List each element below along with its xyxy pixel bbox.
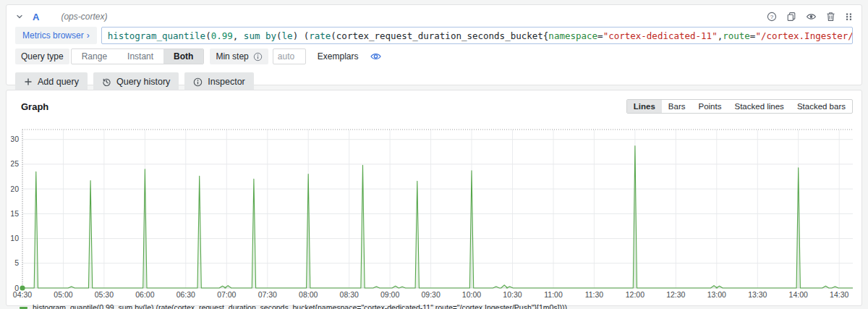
expr-token: = [750,30,756,41]
svg-text:12:00: 12:00 [626,290,644,299]
history-icon [102,77,111,87]
svg-text:05:00: 05:00 [54,290,72,299]
expr-token: cortex_request_duration_seconds_bucket [336,30,543,41]
graph-canvas[interactable]: 05101520253004:3005:0005:3006:0006:3007:… [11,121,857,299]
expr-token [260,30,265,41]
add-query-label: Add query [38,77,79,87]
svg-text:11:00: 11:00 [544,290,563,299]
drag-handle-icon[interactable] [845,12,853,22]
svg-text:13:30: 13:30 [748,290,767,299]
graph-mode-tab-stacked-lines[interactable]: Stacked lines [728,100,790,113]
inspector-label: Inspector [208,77,244,87]
svg-text:5: 5 [14,258,19,267]
metrics-browser-label: Metrics browser [22,30,84,41]
query-type-segmented: RangeInstantBoth [71,48,205,64]
graph-panel-card: Graph LinesBarsPointsStacked linesStacke… [6,90,862,306]
svg-text:07:30: 07:30 [258,290,277,299]
expr-token: { [543,30,549,41]
query-expression[interactable]: histogram_quantile(0.99, sum by(le) (rat… [101,27,853,44]
svg-text:14:30: 14:30 [830,290,848,299]
min-step-info-icon[interactable] [253,52,263,62]
svg-text:10: 10 [11,234,19,242]
metrics-browser-button[interactable]: Metrics browser › [15,27,97,44]
svg-text:09:30: 09:30 [421,290,440,299]
graph-mode-tab-lines[interactable]: Lines [627,100,662,113]
graph-header: Graph LinesBarsPointsStacked linesStacke… [11,95,857,114]
query-options-row: Query type RangeInstantBoth Min step Exe… [15,48,853,64]
svg-text:13:00: 13:00 [707,290,726,299]
query-ref-id[interactable]: A [33,12,39,22]
svg-text:10:30: 10:30 [503,290,522,299]
graph-mode-tab-stacked-bars[interactable]: Stacked bars [791,100,852,113]
expr-token: "/cortex.Ingester/Push" [755,30,853,41]
exemplars-label: Exemplars [312,48,365,64]
min-step-input[interactable] [273,48,306,64]
query-type-label: Query type [15,48,69,64]
legend-row[interactable]: histogram_quantile(0.99, sum by(le) (rat… [11,303,857,309]
svg-text:06:30: 06:30 [176,290,195,299]
svg-text:10:00: 10:00 [462,290,481,299]
min-step-chip: Min step [210,48,268,64]
svg-text:?: ? [770,14,774,20]
query-type-option-range[interactable]: Range [72,49,117,64]
query-type-option-both[interactable]: Both [163,49,203,64]
exemplars-toggle-eye-icon[interactable] [370,51,382,62]
info-circle-icon [193,77,203,87]
graph-title: Graph [21,101,48,112]
svg-text:05:30: 05:30 [95,290,114,299]
expr-token: ( [331,30,336,41]
expr-token: "cortex-dedicated-11" [603,30,718,41]
query-history-label: Query history [116,77,170,87]
expr-token: ) ( [293,30,310,41]
svg-text:14:00: 14:00 [789,290,808,299]
query-type-option-instant[interactable]: Instant [117,49,163,64]
expr-token: = [597,30,603,41]
graph-mode-tab-bars[interactable]: Bars [662,100,692,113]
duplicate-query-icon[interactable] [786,12,796,22]
expr-token: , [233,30,244,41]
query-header-actions: ? [767,12,853,22]
chart-container: 05101520253004:3005:0005:3006:0006:3007:… [11,121,857,302]
expr-token: 0.99 [211,30,233,41]
graph-mode-tabs: LinesBarsPointsStacked linesStacked bars [626,99,853,114]
inspector-button[interactable]: Inspector [184,72,253,91]
expr-token: namespace [548,30,597,41]
svg-text:09:00: 09:00 [380,290,399,299]
add-query-button[interactable]: Add query [15,72,88,91]
query-history-button[interactable]: Query history [93,72,179,91]
legend-series-label: histogram_quantile(0.99, sum by(le) (rat… [33,303,567,309]
svg-text:11:30: 11:30 [585,290,604,299]
query-actions-row: Add query Query history Inspector [15,72,853,91]
svg-text:12:30: 12:30 [666,290,685,299]
graph-mode-tab-points[interactable]: Points [692,100,728,113]
datasource-name: (ops-cortex) [61,12,107,22]
svg-text:08:30: 08:30 [340,290,359,299]
expr-token: , [718,30,723,41]
svg-text:15: 15 [11,209,19,218]
min-step-label: Min step [216,51,248,62]
legend-series-swatch [20,307,27,309]
expression-row: Metrics browser › histogram_quantile(0.9… [15,27,853,44]
chevron-right-icon: › [87,30,90,41]
svg-text:25: 25 [11,159,19,168]
expr-token: sum [244,30,260,41]
query-editor-card: A (ops-cortex) ? Metrics browser › hist [6,4,862,85]
svg-text:06:00: 06:00 [135,290,154,299]
expr-token: rate [309,30,331,41]
collapse-chevron-down-icon[interactable] [15,12,24,21]
expr-token: ( [276,30,282,41]
svg-text:07:00: 07:00 [217,290,236,299]
svg-text:20: 20 [11,185,19,193]
help-icon[interactable]: ? [767,12,777,22]
svg-text:30: 30 [11,135,19,143]
query-header-row: A (ops-cortex) ? [15,10,853,23]
svg-text:04:30: 04:30 [13,290,32,299]
expr-token: histogram_quantile [108,30,205,41]
expr-token: le [282,30,293,41]
svg-text:08:00: 08:00 [299,290,318,299]
remove-query-trash-icon[interactable] [826,12,835,22]
expr-token: by [265,30,276,41]
disable-query-eye-icon[interactable] [806,12,817,22]
plus-icon [24,77,33,86]
expr-token: route [723,30,750,41]
